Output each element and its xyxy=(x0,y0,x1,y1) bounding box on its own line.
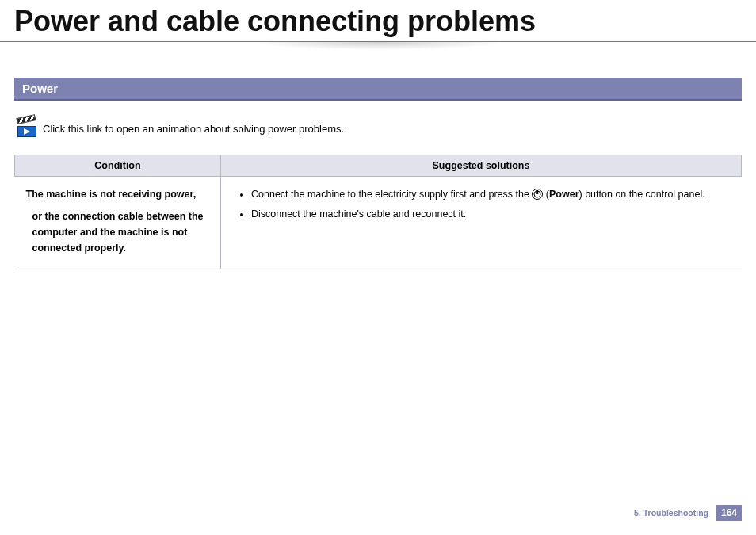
solution-1-pre: Connect the machine to the electricity s… xyxy=(251,189,532,200)
solution-1-bold: Power xyxy=(549,189,579,200)
footer-page-number: 164 xyxy=(716,505,742,521)
table-row: The machine is not receiving power, or t… xyxy=(15,177,742,269)
condition-text-1: The machine is not receiving power, xyxy=(26,186,210,202)
animation-link-text[interactable]: Click this link to open an animation abo… xyxy=(43,123,344,135)
list-item: Connect the machine to the electricity s… xyxy=(251,186,731,203)
content-area: Power Click this link to open an animati… xyxy=(0,78,756,269)
page-footer: 5. Troubleshooting 164 xyxy=(634,505,742,521)
title-divider xyxy=(0,41,756,54)
solution-2: Disconnect the machine's cable and recon… xyxy=(251,208,466,220)
table-header-row: Condition Suggested solutions xyxy=(15,155,742,177)
video-animation-icon[interactable] xyxy=(17,120,36,137)
footer-chapter: 5. Troubleshooting xyxy=(634,508,708,518)
page-title: Power and cable connecting problems xyxy=(0,0,756,41)
animation-link-row[interactable]: Click this link to open an animation abo… xyxy=(14,101,742,155)
section-header-power: Power xyxy=(14,78,742,101)
condition-text-2: or the connection cable between the comp… xyxy=(26,208,210,256)
col-header-solutions: Suggested solutions xyxy=(221,155,742,177)
solutions-list: Connect the machine to the electricity s… xyxy=(232,186,731,224)
cell-solutions: Connect the machine to the electricity s… xyxy=(221,177,742,269)
troubleshooting-table: Condition Suggested solutions The machin… xyxy=(14,155,742,269)
power-icon xyxy=(532,189,543,200)
list-item: Disconnect the machine's cable and recon… xyxy=(251,206,731,223)
solution-1-post: ) button on the control panel. xyxy=(579,189,705,200)
cell-condition: The machine is not receiving power, or t… xyxy=(15,177,221,269)
col-header-condition: Condition xyxy=(15,155,221,177)
